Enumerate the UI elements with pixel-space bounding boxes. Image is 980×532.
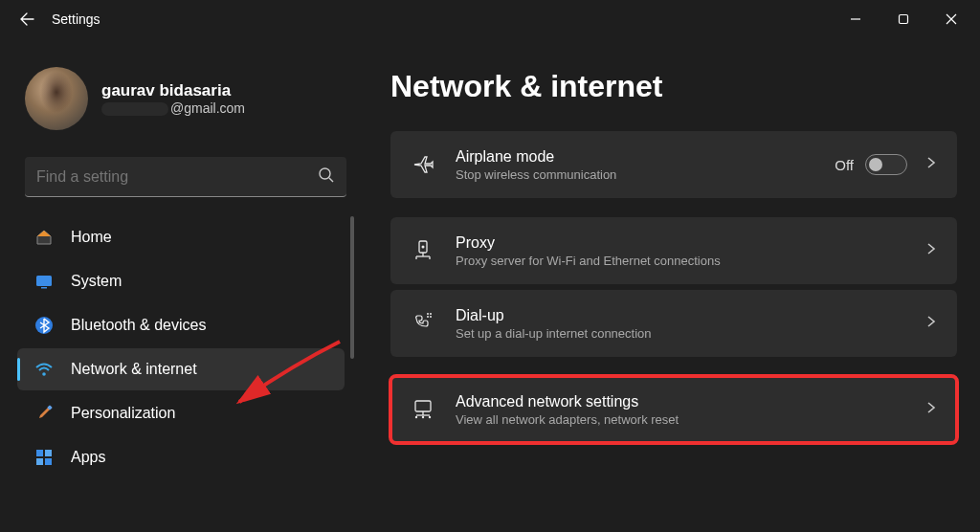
wifi-icon [33,358,56,381]
sidebar-item-home[interactable]: Home [17,216,345,258]
brush-icon [33,402,56,425]
svg-line-3 [329,178,333,182]
toggle-state-label: Off [835,157,854,173]
svg-rect-10 [45,450,52,456]
sidebar-item-apps[interactable]: Apps [17,436,345,478]
svg-point-27 [422,416,424,418]
card-dialup[interactable]: Dial-up Set up a dial-up internet connec… [390,290,957,357]
svg-point-14 [422,246,425,249]
card-subtitle: Proxy server for Wi-Fi and Ethernet conn… [456,254,924,268]
svg-point-26 [415,416,417,418]
minimize-button[interactable] [840,8,871,31]
bluetooth-icon [33,314,56,337]
sidebar: gaurav bidasaria @gmail.com Home [0,38,364,532]
window-controls [840,0,980,31]
chevron-right-icon [924,156,938,173]
back-button[interactable] [17,10,36,29]
profile-name: gaurav bidasaria [101,81,245,100]
profile-email: @gmail.com [101,100,245,116]
avatar [25,67,88,130]
card-subtitle: Set up a dial-up internet connection [456,326,924,341]
sidebar-item-system[interactable]: System [17,260,345,302]
card-subtitle: View all network adapters, network reset [456,412,924,427]
proxy-icon [410,239,436,262]
titlebar: Settings [0,0,980,38]
svg-point-20 [430,316,432,318]
card-advanced-network[interactable]: Advanced network settings View all netwo… [390,376,957,443]
card-airplane-mode[interactable]: Airplane mode Stop wireless communicatio… [390,131,957,198]
window-title: Settings [52,11,100,27]
phone-icon [410,312,436,335]
svg-rect-23 [415,401,431,411]
sidebar-item-label: Personalization [71,405,175,422]
page-title: Network & internet [390,69,957,104]
maximize-button[interactable] [888,8,919,31]
sidebar-item-label: Bluetooth & devices [71,317,206,334]
search-icon [318,166,335,188]
apps-icon [33,446,56,469]
svg-rect-1 [900,15,908,24]
svg-point-2 [320,168,330,179]
card-title: Proxy [456,234,924,252]
profile-section[interactable]: gaurav bidasaria @gmail.com [17,67,354,130]
search-input[interactable] [36,168,318,186]
airplane-icon [410,153,436,176]
sidebar-item-personalization[interactable]: Personalization [17,392,345,434]
sidebar-nav: Home System Bluetooth & devices Network … [17,216,354,532]
close-button[interactable] [936,8,967,31]
redacted-text [101,102,168,116]
svg-point-28 [429,416,431,418]
chevron-right-icon [924,242,938,259]
content-area: Network & internet Airplane mode Stop wi… [364,38,980,532]
airplane-toggle[interactable] [865,154,907,175]
svg-point-7 [42,372,46,376]
svg-rect-9 [36,450,43,456]
card-title: Advanced network settings [456,393,924,410]
scrollbar[interactable] [350,216,354,359]
card-title: Airplane mode [456,148,835,166]
sidebar-item-network[interactable]: Network & internet [17,348,345,390]
svg-rect-5 [41,287,47,289]
sidebar-item-label: Network & internet [71,361,197,378]
sidebar-item-label: Apps [71,449,105,466]
svg-rect-12 [45,458,52,465]
chevron-right-icon [924,315,938,332]
svg-rect-4 [36,276,52,286]
card-title: Dial-up [456,307,924,324]
card-subtitle: Stop wireless communication [456,167,835,182]
sidebar-item-bluetooth[interactable]: Bluetooth & devices [17,304,345,346]
svg-point-21 [427,313,429,315]
monitor-network-icon [410,398,436,421]
home-icon [33,226,56,249]
sidebar-item-label: System [71,273,122,290]
sidebar-item-label: Home [71,229,112,246]
svg-point-19 [427,316,429,318]
chevron-right-icon [924,401,938,418]
card-proxy[interactable]: Proxy Proxy server for Wi-Fi and Etherne… [390,217,957,284]
svg-point-22 [430,313,432,315]
svg-rect-11 [36,458,43,465]
search-box[interactable] [25,157,346,197]
arrow-left-icon [19,11,34,27]
system-icon [33,270,56,293]
